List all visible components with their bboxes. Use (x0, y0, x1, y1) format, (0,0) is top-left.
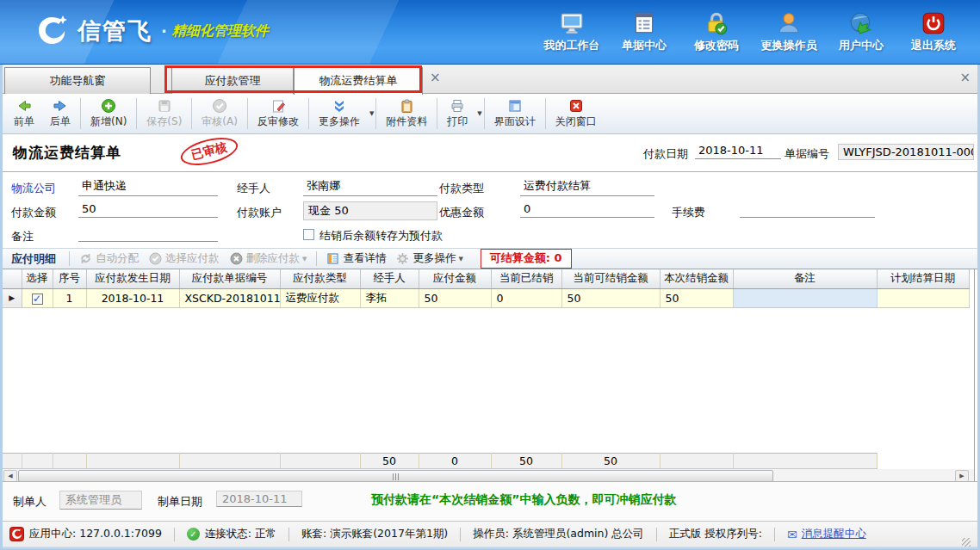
grid-header-handler[interactable]: 经手人 (360, 269, 419, 288)
summary-can-settle: 50 (491, 453, 561, 468)
table-row[interactable]: ▶ ✓ 1 2018-10-11 XSCKD-20181011-0006 运费应… (3, 288, 969, 307)
window-bottom-edge (3, 547, 977, 550)
row-checkbox-checked[interactable]: ✓ (32, 294, 43, 305)
cell-this-settle[interactable]: 50 (660, 288, 733, 307)
cell-plan-date[interactable] (877, 288, 969, 307)
scroll-left-icon[interactable]: ◀ (3, 470, 17, 482)
logistics-company-label[interactable]: 物流公司 (11, 181, 56, 196)
toolbar-separator (247, 98, 248, 129)
ui-design-button[interactable]: 界面设计 (487, 96, 543, 131)
pay-amount-label: 付款金额 (11, 205, 56, 220)
audit-button[interactable]: 审核(A) (194, 96, 245, 131)
handler-label: 经手人 (237, 181, 270, 196)
pay-type-input[interactable]: 运费付款结算 (520, 178, 654, 196)
menu-item-workbench[interactable]: 我的工作台 (536, 10, 608, 53)
gear-icon (396, 252, 409, 265)
grid-header-can-settle[interactable]: 当前可结销金额 (561, 269, 660, 288)
fee-input[interactable] (740, 202, 875, 218)
pay-amount-input[interactable]: 50 (78, 202, 218, 218)
maker-label: 制单人 (13, 494, 47, 510)
document-icon (631, 10, 657, 36)
menu-item-document-center[interactable]: 单据中心 (608, 10, 680, 53)
tabbar-close-all-icon[interactable]: × (959, 71, 971, 83)
discount-input[interactable]: 0 (520, 202, 654, 218)
toolbar-separator (80, 98, 81, 129)
row-select-cell[interactable]: ✓ (22, 288, 53, 307)
grid-header-occur-date[interactable]: 应付款发生日期 (86, 269, 179, 288)
next-doc-button[interactable]: 后单 (42, 96, 78, 131)
cell-seq: 1 (53, 288, 86, 307)
menu-item-exit[interactable]: 退出系统 (897, 10, 970, 53)
save-button[interactable]: 保存(S) (139, 96, 189, 131)
window-detail-icon (326, 252, 339, 265)
select-payable-button[interactable]: 选择应付款 (149, 251, 220, 266)
arrow-left-icon (16, 98, 32, 114)
prev-doc-button[interactable]: 前单 (6, 96, 42, 131)
toolbar-separator (191, 98, 192, 129)
statusbar-separator (774, 528, 775, 541)
auto-allocate-button[interactable]: 自动分配 (79, 251, 139, 266)
toolbar-separator (69, 251, 70, 266)
handler-input[interactable]: 张南娜 (303, 178, 437, 196)
grid-header-payable[interactable]: 应付金额 (419, 269, 491, 288)
attachments-button[interactable]: 附件资料 (378, 96, 435, 131)
cell-remark[interactable] (733, 288, 877, 307)
toolbar-separator (136, 98, 137, 129)
grid-header-seq[interactable]: 序号 (53, 269, 86, 288)
statusbar-separator (460, 528, 461, 541)
pay-account-label: 付款账户 (237, 205, 282, 220)
detail-toolbar: 应付明细 自动分配 选择应付款 删除应付款 ▼ 查看详情 更 (3, 248, 977, 269)
brand-swoosh-icon (33, 12, 71, 50)
top-menu: 我的工作台 单据中心 修改密码 (536, 10, 970, 53)
more-actions-detail-button[interactable]: 更多操作 ▼ (396, 251, 462, 266)
new-button[interactable]: 新增(N) (83, 96, 134, 131)
menu-item-user-center[interactable]: 用户中心 (825, 10, 897, 53)
grid-header-type[interactable]: 应付款类型 (280, 269, 360, 288)
tab-function-nav[interactable]: 功能导航窗 (4, 67, 151, 94)
transfer-prepay-checkbox[interactable] (303, 229, 314, 240)
close-window-button[interactable]: 关闭窗口 (548, 96, 605, 131)
cell-can-settle: 50 (561, 288, 660, 307)
message-center-link[interactable]: ✉ 消息提醒中心 (787, 527, 866, 541)
tab-close-icon[interactable]: × (430, 71, 441, 83)
grid-summary-row: 50 0 50 50 (3, 453, 969, 469)
grid-header-select[interactable]: 选择 (22, 269, 53, 288)
toolbar-separator (316, 251, 317, 266)
scrollbar-grip (393, 473, 400, 480)
scroll-right-icon[interactable]: ▶ (955, 470, 969, 482)
pay-account-field[interactable]: 现金 50 (303, 201, 437, 220)
grid-header-settled[interactable]: 当前已结销 (491, 269, 561, 288)
remark-input[interactable] (78, 226, 218, 242)
cell-settled: 0 (491, 288, 561, 307)
tab-freight-settlement[interactable]: 物流运费结算单 (294, 67, 423, 95)
check-circle-icon (149, 252, 162, 265)
grid-header-plan-date[interactable]: 计划结算日期 (877, 269, 969, 288)
view-details-button[interactable]: 查看详情 (326, 251, 386, 266)
cell-doc-no: XSCKD-20181011-0006 (179, 288, 280, 307)
print-button[interactable]: 打印 ▼ (439, 96, 481, 131)
pay-date-input[interactable]: 2018-10-11 (695, 144, 781, 159)
toolbar-separator (375, 98, 376, 129)
close-red-icon (568, 98, 584, 114)
cell-occur-date: 2018-10-11 (86, 288, 179, 307)
tab-payable-management[interactable]: 应付款管理 (171, 67, 294, 94)
delete-payable-button[interactable]: 删除应付款 ▼ (230, 251, 307, 266)
grid-header-this-settle[interactable]: 本次结销金额 (660, 269, 733, 288)
app-window: 信管飞 · 精细化管理软件 我的工作台 (0, 0, 980, 550)
menu-item-switch-operator[interactable]: 更换操作员 (753, 10, 825, 53)
grid-header-doc-no[interactable]: 应付款单据编号 (179, 269, 280, 288)
logistics-company-input[interactable]: 申通快递 (78, 178, 218, 196)
window-layout-icon (507, 98, 523, 114)
menu-item-change-password[interactable]: 修改密码 (680, 10, 753, 53)
grid-table: 选择 序号 应付款发生日期 应付款单据编号 应付款类型 经手人 应付金额 当前已… (3, 269, 970, 308)
scrollbar-thumb[interactable] (18, 470, 773, 482)
grid-header-remark[interactable]: 备注 (733, 269, 877, 288)
unaudit-button[interactable]: 反审修改 (250, 96, 307, 131)
more-actions-button[interactable]: 更多操作 ▼ (311, 96, 374, 131)
cell-type: 运费应付款 (280, 288, 360, 307)
payable-grid: 选择 序号 应付款发生日期 应付款单据编号 应付款类型 经手人 应付金额 当前已… (3, 269, 975, 481)
globe-icon (848, 10, 874, 36)
dropdown-caret-icon: ▼ (369, 110, 374, 117)
edit-pencil-icon (270, 98, 286, 114)
resize-grip[interactable] (962, 538, 971, 547)
